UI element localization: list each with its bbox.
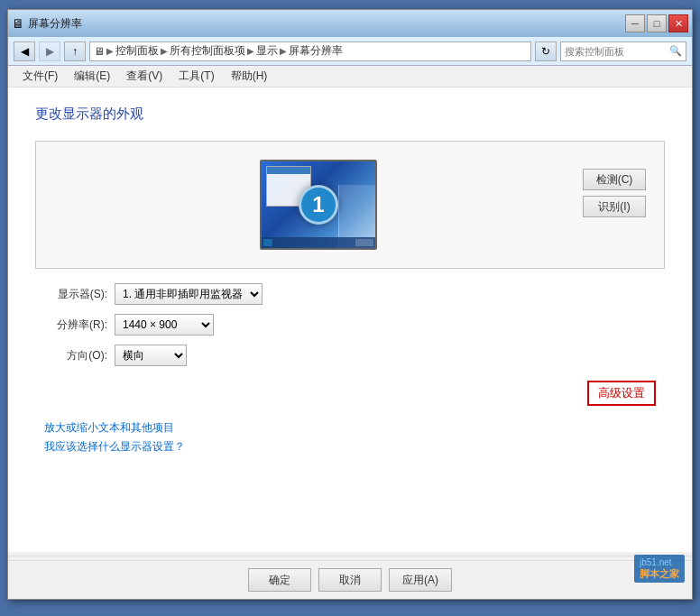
advanced-settings-button[interactable]: 高级设置 (587, 381, 656, 406)
resolution-setting-row: 分辨率(R): 1440 × 900 (44, 314, 665, 336)
monitor-section: 1 检测(C) 识别(I) (35, 141, 665, 269)
monitor-action-buttons: 检测(C) 识别(I) (583, 160, 646, 217)
identify-button[interactable]: 识别(I) (583, 196, 646, 217)
zoom-link[interactable]: 放大或缩小文本和其他项目 (44, 420, 665, 436)
menu-edit[interactable]: 编辑(E) (67, 67, 117, 86)
window-title: 屏幕分辨率 (28, 16, 82, 32)
close-button[interactable]: ✕ (668, 14, 688, 32)
watermark-name: 脚本之家 (640, 568, 679, 579)
monitor-image: 1 (260, 160, 377, 250)
footer-divider (8, 556, 692, 556)
refresh-button[interactable]: ↻ (535, 41, 557, 61)
up-button[interactable]: ↑ (64, 41, 86, 61)
maximize-button[interactable]: □ (647, 14, 667, 32)
menu-tools[interactable]: 工具(T) (171, 67, 221, 86)
page-title: 更改显示器的外观 (35, 106, 665, 123)
title-bar: 🖥 屏幕分辨率 ─ □ ✕ (8, 10, 692, 37)
path-all-items: 所有控制面板项 (170, 43, 245, 59)
search-box[interactable]: 🔍 (560, 41, 686, 61)
menu-help[interactable]: 帮助(H) (224, 67, 275, 86)
watermark: jb51.net 脚本之家 (634, 555, 685, 583)
address-bar: ◀ ▶ ↑ 🖥 ▶ 控制面板 ▶ 所有控制面板项 ▶ 显示 ▶ 屏幕分辨率 ↻ … (8, 37, 692, 66)
resolution-select[interactable]: 1440 × 900 (115, 314, 214, 336)
watermark-url: jb51.net (640, 557, 672, 567)
orientation-select[interactable]: 横向 (115, 345, 187, 366)
path-control-panel: 控制面板 (115, 43, 159, 59)
address-path[interactable]: 🖥 ▶ 控制面板 ▶ 所有控制面板项 ▶ 显示 ▶ 屏幕分辨率 (89, 41, 531, 61)
cancel-button[interactable]: 取消 (318, 568, 382, 592)
path-resolution: 屏幕分辨率 (289, 43, 343, 59)
advanced-row: 高级设置 (35, 381, 665, 406)
menu-bar: 文件(F) 编辑(E) 查看(V) 工具(T) 帮助(H) (8, 66, 692, 87)
apply-button[interactable]: 应用(A) (389, 568, 452, 592)
display-settings-link[interactable]: 我应该选择什么显示器设置？ (44, 439, 665, 455)
monitor-number: 1 (299, 185, 338, 225)
settings-area: 显示器(S): 1. 通用非即插即用监视器 分辨率(R): 1440 × 900… (35, 283, 665, 366)
menu-view[interactable]: 查看(V) (119, 67, 170, 86)
display-setting-row: 显示器(S): 1. 通用非即插即用监视器 (44, 283, 665, 305)
search-icon[interactable]: 🔍 (669, 45, 682, 57)
orientation-setting-row: 方向(O): 横向 (44, 345, 665, 366)
window-icon: 🖥 (12, 16, 24, 31)
links-area: 放大或缩小文本和其他项目 我应该选择什么显示器设置？ (35, 420, 665, 455)
back-button[interactable]: ◀ (14, 41, 35, 61)
menu-file[interactable]: 文件(F) (15, 67, 65, 86)
display-label: 显示器(S): (44, 287, 107, 302)
footer-buttons: 确定 取消 应用(A) (8, 560, 692, 599)
monitor-preview: 1 (54, 160, 583, 250)
path-display: 显示 (256, 43, 278, 59)
ok-button[interactable]: 确定 (248, 568, 311, 592)
minimize-button[interactable]: ─ (625, 14, 645, 32)
window-controls: ─ □ ✕ (625, 14, 688, 32)
detect-button[interactable]: 检测(C) (583, 169, 646, 190)
orientation-label: 方向(O): (44, 348, 107, 363)
search-input[interactable] (565, 46, 669, 57)
path-item: 🖥 (94, 45, 105, 58)
forward-button[interactable]: ▶ (39, 41, 60, 61)
resolution-label: 分辨率(R): (44, 317, 107, 333)
main-content: 更改显示器的外观 1 (8, 87, 692, 552)
display-select[interactable]: 1. 通用非即插即用监视器 (115, 283, 262, 305)
monitor-screen[interactable]: 1 (260, 160, 377, 250)
